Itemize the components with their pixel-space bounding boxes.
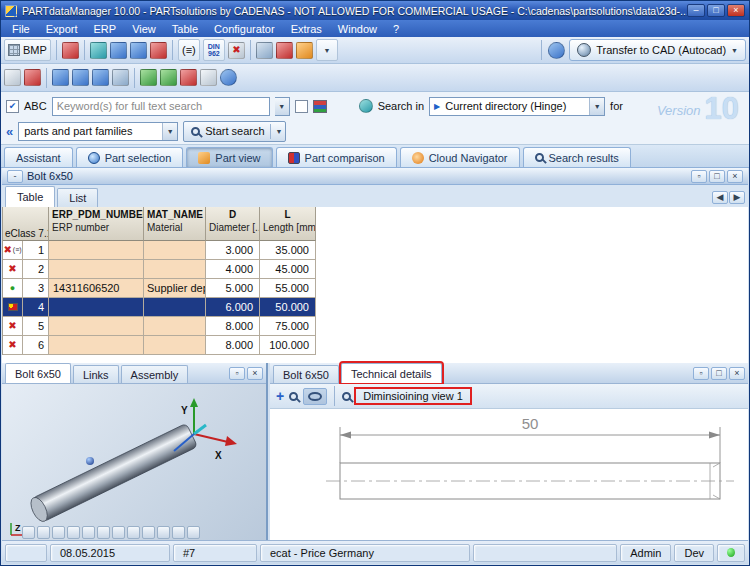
tab-table[interactable]: Table (5, 186, 55, 207)
cell-material[interactable] (144, 241, 206, 260)
import-part-icon[interactable] (62, 42, 79, 59)
maximize-details-button[interactable]: □ (711, 367, 727, 380)
compare-columns-icon[interactable] (150, 42, 167, 59)
maximize-panel-button[interactable]: □ (709, 170, 725, 183)
menu-file[interactable]: File (4, 22, 38, 36)
front-view-icon[interactable] (97, 526, 110, 539)
tab-details-bolt[interactable]: Bolt 6x50 (273, 365, 339, 383)
search-target-combo[interactable]: parts and part families ▼ (18, 122, 178, 141)
maximize-button[interactable]: □ (707, 4, 725, 17)
delete-column-icon[interactable] (130, 42, 147, 59)
top-view-icon[interactable] (112, 526, 125, 539)
tab-part-selection[interactable]: Part selection (76, 147, 184, 167)
scroll-right-button[interactable]: ▶ (729, 191, 745, 204)
tab-assembly[interactable]: Assembly (121, 365, 189, 383)
export-bmp-button[interactable]: BMP (4, 39, 51, 61)
menu-list-button[interactable]: (≡) (178, 39, 200, 61)
cell-erp[interactable] (49, 298, 144, 317)
pan-view-icon[interactable] (82, 526, 95, 539)
menu-extras[interactable]: Extras (283, 22, 330, 36)
cell-material[interactable] (144, 298, 206, 317)
menu-view[interactable]: View (124, 22, 164, 36)
catalogs-icon[interactable] (313, 100, 327, 113)
float-details-button[interactable]: ▫ (693, 367, 709, 380)
column-header-diameter[interactable]: DDiameter [... (206, 207, 260, 241)
select-mode-button[interactable] (303, 388, 327, 405)
table-accept-icon[interactable] (140, 69, 157, 86)
collapse-search-button[interactable]: « (6, 124, 13, 139)
rotate-view-icon[interactable] (67, 526, 80, 539)
search-history-dropdown[interactable]: ▼ (275, 97, 290, 116)
tab-links[interactable]: Links (73, 365, 119, 383)
cell-erp[interactable] (49, 241, 144, 260)
frame-icon[interactable] (112, 69, 129, 86)
cell-diameter[interactable]: 5.000 (206, 279, 260, 298)
scroll-left-button[interactable]: ◀ (712, 191, 728, 204)
minimize-button[interactable]: – (687, 4, 705, 17)
shaded-view-icon[interactable] (157, 526, 170, 539)
cell-length[interactable]: 55.000 (260, 279, 316, 298)
table-icon[interactable] (200, 69, 217, 86)
column-header-length[interactable]: LLength [mm] (260, 207, 316, 241)
cell-diameter[interactable]: 3.000 (206, 241, 260, 260)
menu-table[interactable]: Table (164, 22, 206, 36)
table-row[interactable]: ✖(≡) 1 3.000 35.000 (3, 241, 316, 260)
table-row-selected[interactable]: 4 6.000 50.000 (3, 298, 316, 317)
tab-preview-bolt[interactable]: Bolt 6x50 (5, 363, 71, 383)
cell-diameter[interactable]: 8.000 (206, 317, 260, 336)
cell-diameter[interactable]: 8.000 (206, 336, 260, 355)
menu-erp[interactable]: ERP (86, 22, 125, 36)
table-accept-all-icon[interactable] (160, 69, 177, 86)
cell-length[interactable]: 75.000 (260, 317, 316, 336)
dimensioning-view-selector[interactable]: Diminsioining view 1 (356, 389, 470, 403)
cell-material[interactable] (144, 260, 206, 279)
cell-erp[interactable] (49, 260, 144, 279)
catalog-checkbox[interactable] (295, 100, 308, 113)
float-panel-button[interactable]: ▫ (691, 170, 707, 183)
table-row[interactable]: ✖ 6 8.000 100.000 (3, 336, 316, 355)
table-row[interactable]: ✖ 2 4.000 45.000 (3, 260, 316, 279)
close-details-button[interactable]: × (729, 367, 745, 380)
table-row[interactable]: ● 3 14311606520 Supplier depenc 5.000 55… (3, 279, 316, 298)
iso-view-icon[interactable] (142, 526, 155, 539)
table-row[interactable]: ✖ 5 8.000 75.000 (3, 317, 316, 336)
sphere-icon[interactable] (220, 69, 237, 86)
column-header-material[interactable]: MAT_NAMEMaterial (144, 207, 206, 241)
table-reject-icon[interactable] (180, 69, 197, 86)
column-header-erp[interactable]: ERP_PDM_NUMBERERP number (49, 207, 144, 241)
zoom-window-icon[interactable] (289, 392, 298, 401)
close-button[interactable]: × (727, 4, 745, 17)
start-search-button[interactable]: Start search ▼ (183, 121, 286, 142)
cell-erp[interactable]: 14311606520 (49, 279, 144, 298)
zoom-out-icon[interactable] (52, 526, 65, 539)
pan-icon[interactable]: + (276, 389, 284, 403)
tab-list[interactable]: List (57, 188, 98, 207)
wrench-icon[interactable] (24, 69, 41, 86)
cell-erp[interactable] (49, 317, 144, 336)
remove-table-icon[interactable]: ✖ (228, 42, 245, 59)
cell-length[interactable]: 35.000 (260, 241, 316, 260)
table-filter-icon[interactable] (276, 42, 293, 59)
cell-diameter[interactable]: 6.000 (206, 298, 260, 317)
tab-search-results[interactable]: Search results (523, 147, 631, 167)
new-window-icon[interactable] (52, 69, 69, 86)
close-preview-button[interactable]: × (247, 367, 263, 380)
menu-window[interactable]: Window (330, 22, 385, 36)
zoom-in-icon[interactable] (37, 526, 50, 539)
cad-sphere-icon[interactable] (548, 42, 565, 59)
cell-erp[interactable] (49, 336, 144, 355)
cell-material[interactable] (144, 317, 206, 336)
collapse-panel-button[interactable]: - (7, 170, 23, 183)
cell-length[interactable]: 50.000 (260, 298, 316, 317)
snapshot-icon[interactable] (90, 42, 107, 59)
start-search-dropdown[interactable]: ▼ (276, 128, 283, 135)
search-scope-combo[interactable]: ▶ Current directory (Hinge) ▼ (429, 97, 605, 116)
part-3d-icon[interactable] (256, 42, 273, 59)
tab-technical-details[interactable]: Technical details (341, 363, 442, 383)
menu-configurator[interactable]: Configurator (206, 22, 283, 36)
target-dropdown[interactable]: ▼ (162, 123, 177, 140)
tab-assistant[interactable]: Assistant (4, 147, 73, 167)
cell-diameter[interactable]: 4.000 (206, 260, 260, 279)
preview-3d-viewport[interactable]: Y X Z (2, 384, 266, 542)
cell-material[interactable]: Supplier depenc (144, 279, 206, 298)
